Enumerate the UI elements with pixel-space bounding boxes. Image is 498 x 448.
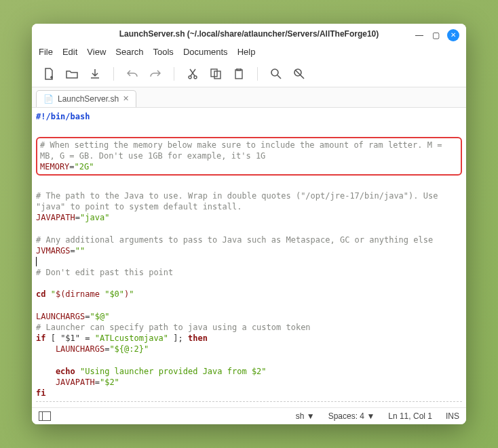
- menu-documents[interactable]: Documents: [183, 47, 228, 57]
- replace-icon[interactable]: [290, 65, 308, 83]
- redo-icon[interactable]: [147, 65, 164, 83]
- status-language[interactable]: sh ▼: [296, 411, 315, 421]
- save-icon[interactable]: [86, 65, 104, 83]
- paste-icon[interactable]: [230, 65, 248, 83]
- status-indent[interactable]: Spaces: 4 ▼: [328, 411, 375, 421]
- code-shebang: #!/bin/bash: [36, 112, 90, 121]
- code-editor[interactable]: #!/bin/bash # When setting the memory be…: [32, 108, 466, 408]
- side-panel-icon[interactable]: [39, 411, 51, 421]
- tab-bar: 📄 LaunchServer.sh ✕: [32, 87, 466, 108]
- copy-icon[interactable]: [207, 65, 225, 83]
- tab-launchserver[interactable]: 📄 LaunchServer.sh ✕: [36, 90, 136, 107]
- new-file-icon[interactable]: [40, 65, 58, 83]
- window-controls: — ▢ ✕: [415, 29, 459, 41]
- open-file-icon[interactable]: [63, 65, 81, 83]
- highlighted-block: # When setting the memory below make sur…: [36, 137, 462, 176]
- separator: [113, 67, 114, 81]
- svg-point-1: [194, 76, 197, 79]
- statusbar: sh ▼ Spaces: 4 ▼ Ln 11, Col 1 INS: [32, 407, 466, 424]
- maximize-button[interactable]: ▢: [431, 30, 440, 40]
- status-insert-mode[interactable]: INS: [446, 411, 459, 421]
- file-icon: 📄: [43, 94, 54, 104]
- svg-point-0: [189, 76, 191, 79]
- menubar: File Edit View Search Tools Documents He…: [32, 43, 466, 61]
- cut-icon[interactable]: [184, 65, 202, 83]
- undo-icon[interactable]: [123, 65, 141, 83]
- editor-window: LaunchServer.sh (~/.local/share/atlaunch…: [32, 24, 466, 425]
- search-icon[interactable]: [267, 65, 285, 83]
- minimize-button[interactable]: —: [415, 30, 424, 40]
- svg-rect-4: [235, 70, 242, 79]
- menu-help[interactable]: Help: [237, 47, 256, 57]
- status-cursor-pos: Ln 11, Col 1: [388, 411, 432, 421]
- separator: [257, 67, 258, 81]
- svg-point-6: [271, 69, 278, 76]
- close-button[interactable]: ✕: [447, 29, 459, 41]
- menu-edit[interactable]: Edit: [62, 47, 77, 57]
- menu-tools[interactable]: Tools: [153, 47, 174, 57]
- menu-file[interactable]: File: [39, 47, 53, 57]
- ruler-line: [36, 401, 462, 402]
- tab-close-icon[interactable]: ✕: [123, 94, 129, 103]
- tab-label: LaunchServer.sh: [58, 94, 119, 104]
- menu-search[interactable]: Search: [115, 47, 143, 57]
- window-title: LaunchServer.sh (~/.local/share/atlaunch…: [39, 29, 459, 39]
- separator: [174, 67, 174, 81]
- titlebar: LaunchServer.sh (~/.local/share/atlaunch…: [32, 24, 466, 43]
- toolbar: [32, 61, 466, 87]
- menu-view[interactable]: View: [87, 47, 106, 57]
- text-cursor: [36, 257, 37, 266]
